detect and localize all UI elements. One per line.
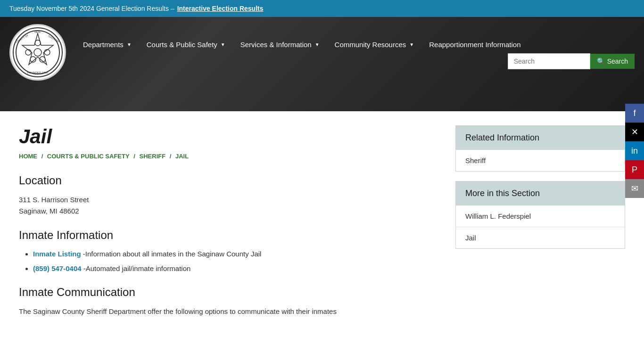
breadcrumb-sheriff[interactable]: SHERIFF xyxy=(140,153,166,160)
search-input[interactable] xyxy=(508,53,590,69)
services-arrow: ▼ xyxy=(315,42,320,47)
nav-courts[interactable]: Courts & Public Safety ▼ xyxy=(139,36,233,53)
departments-arrow: ▼ xyxy=(127,42,132,47)
pinterest-icon: P xyxy=(632,165,637,175)
nav-reapportionment[interactable]: Reapportionment Information xyxy=(421,36,528,53)
inmate-listing-desc: -Information about all inmates in the Sa… xyxy=(81,250,262,258)
related-info-box: Related Information Sheriff xyxy=(455,125,625,172)
search-button[interactable]: 🔍 Search xyxy=(590,54,635,69)
nav-departments[interactable]: Departments ▼ xyxy=(75,36,139,53)
breadcrumb-current: JAIL xyxy=(175,153,189,160)
inmate-info-heading: Inmate Information xyxy=(19,229,437,242)
email-button[interactable]: ✉ xyxy=(625,179,644,198)
announcement-bar: Tuesday November 5th 2024 General Electi… xyxy=(0,0,644,17)
page-title: Jail xyxy=(19,125,437,148)
nav-services[interactable]: Services & Information ▼ xyxy=(233,36,327,53)
communication-section: Inmate Communication The Saginaw County … xyxy=(19,286,437,317)
address-block: 311 S. Harrison Street Saginaw, MI 48602 xyxy=(19,194,437,217)
more-section-header: More in this Section xyxy=(456,181,625,206)
email-icon: ✉ xyxy=(631,183,638,194)
breadcrumb-sep2: / xyxy=(133,153,137,160)
facebook-icon: f xyxy=(633,108,636,118)
inmate-phone-item: (859) 547-0404 -Automated jail/inmate in… xyxy=(33,263,437,274)
location-heading: Location xyxy=(19,174,437,187)
inmate-listing-link[interactable]: Inmate Listing xyxy=(33,250,81,258)
inmate-list: Inmate Listing -Information about all in… xyxy=(19,249,437,274)
sheriff-link[interactable]: Sheriff xyxy=(465,156,486,165)
social-sidebar: f ✕ in P ✉ xyxy=(625,104,644,198)
address-line2: Saginaw, MI 48602 xyxy=(19,206,437,217)
breadcrumb-courts[interactable]: COURTS & PUBLIC SAFETY xyxy=(47,153,130,160)
courts-arrow: ▼ xyxy=(221,42,225,47)
breadcrumb-home[interactable]: HOME xyxy=(19,153,37,160)
header: FOUNDED 1835 COUNTY OF SAGINAW SEAL Depa… xyxy=(0,17,644,111)
svg-point-0 xyxy=(13,28,62,77)
search-area: 🔍 Search xyxy=(508,53,635,69)
main-nav: Departments ▼ Courts & Public Safety ▼ S… xyxy=(75,36,635,69)
announcement-text: Tuesday November 5th 2024 General Electi… xyxy=(9,5,174,12)
site-logo[interactable]: FOUNDED 1835 COUNTY OF SAGINAW SEAL xyxy=(9,24,66,81)
search-icon: 🔍 xyxy=(597,58,605,65)
pinterest-button[interactable]: P xyxy=(625,160,644,179)
main-wrapper: Jail HOME / COURTS & PUBLIC SAFETY / SHE… xyxy=(0,111,644,331)
federspiel-link[interactable]: William L. Federspiel xyxy=(465,212,531,220)
svg-text:FOUNDED 1835: FOUNDED 1835 xyxy=(27,71,49,74)
linkedin-button[interactable]: in xyxy=(625,141,644,160)
more-item-jail[interactable]: Jail xyxy=(456,227,625,248)
linkedin-icon: in xyxy=(631,146,638,156)
more-item-federspiel[interactable]: William L. Federspiel xyxy=(456,206,625,227)
sidebar: Related Information Sheriff More in this… xyxy=(455,125,625,317)
inmate-phone-link[interactable]: (859) 547-0404 xyxy=(33,264,82,272)
election-results-link[interactable]: Interactive Election Results xyxy=(177,5,264,12)
community-arrow: ▼ xyxy=(409,42,414,47)
communication-heading: Inmate Communication xyxy=(19,286,437,299)
related-item-sheriff[interactable]: Sheriff xyxy=(456,150,625,171)
twitter-icon: ✕ xyxy=(631,127,638,137)
communication-text: The Saginaw County Sheriff Department of… xyxy=(19,306,437,317)
inmate-listing-item: Inmate Listing -Information about all in… xyxy=(33,249,437,260)
breadcrumb-sep3: / xyxy=(170,153,173,160)
nav-community[interactable]: Community Resources ▼ xyxy=(327,36,422,53)
facebook-button[interactable]: f xyxy=(625,104,644,123)
twitter-button[interactable]: ✕ xyxy=(625,123,644,141)
svg-text:SEAL: SEAL xyxy=(34,31,41,33)
related-info-header: Related Information xyxy=(456,126,625,150)
address-line1: 311 S. Harrison Street xyxy=(19,194,437,206)
jail-link[interactable]: Jail xyxy=(465,234,476,242)
inmate-phone-desc: -Automated jail/inmate information xyxy=(82,264,191,272)
breadcrumb-sep1: / xyxy=(41,153,45,160)
more-section-box: More in this Section William L. Federspi… xyxy=(455,181,625,249)
page-background: Jail HOME / COURTS & PUBLIC SAFETY / SHE… xyxy=(0,111,644,347)
main-content: Jail HOME / COURTS & PUBLIC SAFETY / SHE… xyxy=(19,125,437,317)
breadcrumb: HOME / COURTS & PUBLIC SAFETY / SHERIFF … xyxy=(19,153,437,160)
